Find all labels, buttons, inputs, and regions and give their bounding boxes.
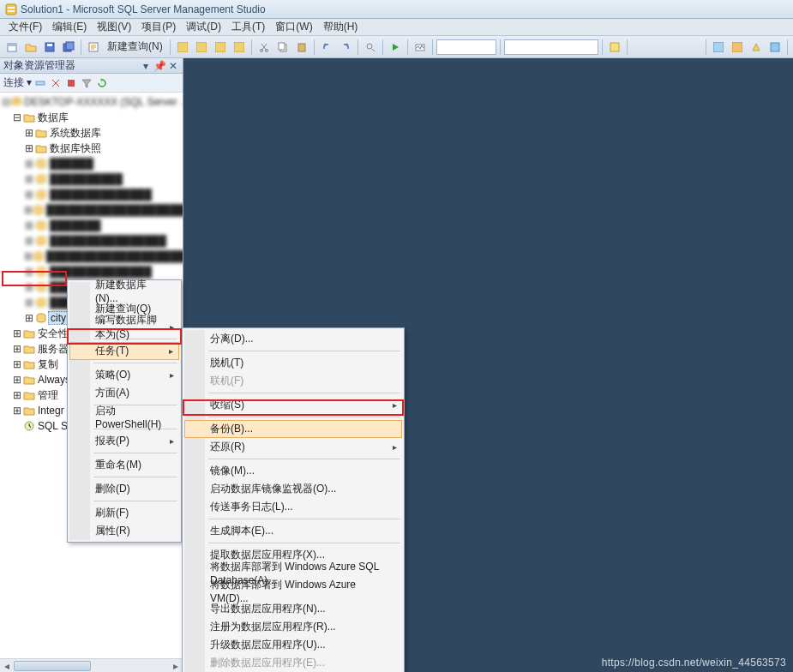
- tb-right-4[interactable]: [766, 39, 784, 56]
- new-project-button[interactable]: [3, 39, 21, 56]
- ctx2-item-22[interactable]: 删除数据层应用程序(E)...: [184, 654, 402, 672]
- ctx2-item-8[interactable]: 还原(R)▸: [184, 438, 402, 456]
- menu-bar: 文件(F) 编辑(E) 视图(V) 项目(P) 调试(D) 工具(T) 窗口(W…: [0, 19, 793, 36]
- svg-rect-18: [298, 44, 305, 51]
- menu-file[interactable]: 文件(F): [3, 18, 47, 36]
- ctx2-item-10[interactable]: 镜像(M)...: [184, 462, 402, 480]
- tree-db-blur[interactable]: ⊞███████: [2, 218, 183, 233]
- ctx2-item-2[interactable]: 脱机(T): [184, 354, 402, 372]
- tb-btn-2[interactable]: [193, 39, 210, 56]
- ctx2-item-12[interactable]: 传送事务日志(L)...: [184, 498, 402, 516]
- scroll-right-arrow[interactable]: ▸: [169, 659, 183, 672]
- menu-project[interactable]: 项目(P): [136, 18, 181, 36]
- scroll-left-arrow[interactable]: ◂: [0, 659, 14, 672]
- save-button[interactable]: [41, 39, 58, 56]
- find-button[interactable]: [362, 39, 379, 56]
- tb-btn-4[interactable]: [231, 39, 248, 56]
- ctx2-item-7[interactable]: 备份(B)...: [184, 420, 402, 438]
- ctx2-item-19[interactable]: 导出数据层应用程序(N)...: [184, 600, 402, 618]
- tree-db-blur[interactable]: ⊞████████████████████: [2, 249, 183, 264]
- tree-db-blur[interactable]: ⊞█████████████████████: [2, 202, 183, 218]
- undo-button[interactable]: [318, 39, 335, 56]
- svg-rect-21: [610, 43, 619, 51]
- save-all-button[interactable]: [60, 39, 77, 56]
- menu-view[interactable]: 视图(V): [92, 18, 136, 36]
- copy-button[interactable]: [274, 39, 291, 56]
- tree-db-blur[interactable]: ⊞████████████████: [2, 233, 183, 249]
- ctx2-item-5[interactable]: 收缩(S)▸: [184, 396, 402, 414]
- menu-window[interactable]: 窗口(W): [270, 18, 317, 36]
- svg-rect-12: [215, 42, 225, 52]
- object-explorer-header: 对象资源管理器 ▾ 📌 ✕: [0, 58, 183, 74]
- open-button[interactable]: [22, 39, 39, 56]
- new-query-icon[interactable]: [85, 39, 102, 56]
- ctx2-item-0[interactable]: 分离(D)...: [184, 330, 402, 348]
- tb-right-3[interactable]: [748, 39, 765, 56]
- tb-btn-exec[interactable]: [606, 39, 623, 56]
- tree-database-snapshots[interactable]: ⊞数据库快照: [2, 141, 183, 156]
- svg-rect-22: [713, 42, 724, 52]
- menu-debug[interactable]: 调试(D): [181, 18, 226, 36]
- ctx1-item-7[interactable]: 方面(A): [69, 384, 179, 402]
- stop-icon[interactable]: [64, 76, 78, 90]
- svg-rect-0: [6, 4, 16, 15]
- close-icon[interactable]: ✕: [167, 60, 179, 72]
- title-bar: Solution1 - Microsoft SQL Server Managem…: [0, 0, 793, 19]
- refresh-icon[interactable]: [95, 76, 109, 90]
- database-combo[interactable]: [436, 39, 496, 55]
- ctx1-item-9[interactable]: 启动 PowerShell(H): [69, 408, 179, 426]
- activity-monitor-button[interactable]: [412, 39, 429, 56]
- connect-button[interactable]: 连接 ▾: [3, 75, 32, 90]
- ctx1-item-4[interactable]: 任务(T)▸: [69, 342, 179, 360]
- ctx2-item-21[interactable]: 升级数据层应用程序(U)...: [184, 636, 402, 654]
- window-title: Solution1 - Microsoft SQL Server Managem…: [21, 3, 266, 15]
- tb-btn-1[interactable]: [174, 39, 191, 56]
- dropdown-icon[interactable]: ▾: [140, 60, 152, 72]
- svg-rect-6: [47, 44, 52, 46]
- ctx1-item-13[interactable]: 重命名(M): [69, 456, 179, 474]
- disconnect-icon[interactable]: [49, 76, 63, 90]
- ctx2-item-18[interactable]: 将数据库部署到 Windows Azure VM(D)...: [184, 582, 402, 600]
- menu-edit[interactable]: 编辑(E): [47, 18, 92, 36]
- horizontal-scrollbar[interactable]: ◂ ▸: [0, 658, 183, 672]
- ctx2-item-20[interactable]: 注册为数据层应用程序(R)...: [184, 618, 402, 636]
- tree-databases[interactable]: ⊟数据库: [2, 110, 183, 125]
- tree-server-node[interactable]: ⊟DESKTOP-XXXXXX (SQL Server ...): [2, 94, 183, 110]
- connection-toolbar: 连接 ▾: [0, 74, 183, 93]
- tree-db-blur[interactable]: ⊞██████████████: [2, 187, 183, 202]
- tree-db-blur[interactable]: ⊞██████: [2, 156, 183, 171]
- ctx1-item-2[interactable]: 编写数据库脚本为(S)▸: [69, 318, 179, 336]
- solution-combo[interactable]: [504, 39, 598, 55]
- ctx1-item-15[interactable]: 删除(D): [69, 480, 179, 498]
- svg-rect-17: [279, 43, 285, 50]
- tree-system-databases[interactable]: ⊞系统数据库: [2, 125, 183, 141]
- watermark: https://blog.csdn.net/weixin_44563573: [602, 657, 786, 669]
- scroll-thumb[interactable]: [14, 661, 91, 671]
- start-debug-button[interactable]: [387, 39, 404, 56]
- ctx1-item-18[interactable]: 属性(R): [69, 522, 179, 540]
- ssms-app-icon: [5, 3, 17, 15]
- ctx1-item-11[interactable]: 报表(P)▸: [69, 432, 179, 450]
- tb-btn-3[interactable]: [212, 39, 229, 56]
- tb-right-1[interactable]: [710, 39, 727, 56]
- ctx1-item-17[interactable]: 刷新(F): [69, 504, 179, 522]
- connect-icon[interactable]: [33, 76, 47, 90]
- menu-help[interactable]: 帮助(H): [318, 18, 363, 36]
- paste-button[interactable]: [293, 39, 310, 56]
- tree-db-blur[interactable]: ⊞██████████: [2, 171, 183, 187]
- ctx2-item-11[interactable]: 启动数据库镜像监视器(O)...: [184, 480, 402, 498]
- ctx2-item-3[interactable]: 联机(F): [184, 372, 402, 390]
- svg-rect-25: [36, 81, 45, 85]
- ctx2-item-14[interactable]: 生成脚本(E)...: [184, 522, 402, 540]
- pin-icon[interactable]: 📌: [153, 60, 165, 72]
- ctx1-item-6[interactable]: 策略(O)▸: [69, 366, 179, 384]
- svg-rect-26: [68, 80, 75, 87]
- filter-icon[interactable]: [80, 76, 93, 90]
- redo-button[interactable]: [337, 39, 354, 56]
- new-query-button[interactable]: 新建查询(N): [104, 39, 166, 54]
- tb-right-2[interactable]: [729, 39, 746, 56]
- ctx1-item-0[interactable]: 新建数据库(N)...: [69, 282, 179, 300]
- menu-tools[interactable]: 工具(T): [226, 18, 270, 36]
- svg-rect-24: [771, 43, 779, 51]
- cut-button[interactable]: [255, 39, 273, 56]
